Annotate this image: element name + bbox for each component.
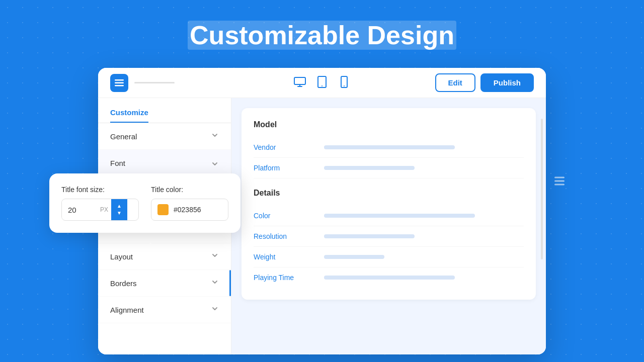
svg-rect-2 (115, 85, 124, 86)
field-row-weight: Weight (254, 247, 524, 267)
sidebar-general-label: General (110, 132, 137, 141)
handle-line (554, 184, 565, 186)
field-row-vendor: Vendor (254, 137, 524, 158)
field-label-vendor: Vendor (254, 143, 324, 151)
scroll-indicator (229, 270, 231, 296)
field-row-resolution: Resolution (254, 226, 524, 247)
field-bar-color (324, 214, 475, 218)
title-color-field: Title color: #023856 (151, 186, 228, 221)
svg-rect-3 (294, 77, 305, 84)
sidebar-borders-label: Borders (110, 279, 137, 288)
desktop-icon[interactable] (294, 76, 306, 90)
title-color-label: Title color: (151, 186, 228, 194)
page-title: Customizable Design (0, 0, 644, 65)
svg-point-5 (321, 85, 323, 86)
font-size-input-group: PX ▲ ▼ (61, 199, 139, 221)
sidebar-item-borders[interactable]: Borders (98, 270, 231, 297)
sidebar-item-font[interactable]: Font (98, 150, 231, 176)
toolbar-right: Edit Publish (392, 73, 534, 92)
svg-rect-0 (115, 79, 124, 81)
color-swatch[interactable] (157, 204, 169, 215)
sidebar-font-label: Font (110, 159, 125, 167)
field-row-color: Color (254, 206, 524, 226)
sidebar-layout-label: Layout (110, 252, 133, 261)
main-content: Model Vendor Platform Details Color (231, 98, 546, 354)
increment-button[interactable]: ▲ (117, 203, 122, 210)
chevron-down-icon (211, 278, 219, 288)
font-size-stepper[interactable]: ▲ ▼ (111, 199, 127, 220)
sidebar-alignment-label: Alignment (110, 306, 144, 314)
handle-line (554, 177, 565, 178)
field-label-weight: Weight (254, 253, 324, 261)
handle-line (554, 180, 565, 182)
sidebar-tab-label: Customize (110, 108, 148, 123)
font-popup: Title font size: PX ▲ ▼ Title color: #02… (49, 173, 240, 233)
field-row-platform: Platform (254, 158, 524, 178)
font-size-label: Title font size: (61, 186, 139, 194)
section-details-title: Details (254, 189, 524, 198)
field-bar-weight (324, 255, 384, 259)
mobile-icon[interactable] (338, 76, 350, 90)
sidebar-item-general[interactable]: General (98, 123, 231, 150)
field-label-playing-time: Playing Time (254, 274, 324, 282)
color-input-group[interactable]: #023856 (151, 199, 228, 221)
field-label-color: Color (254, 212, 324, 220)
chevron-up-icon (211, 158, 219, 168)
field-label-platform: Platform (254, 164, 324, 172)
popup-fields: Title font size: PX ▲ ▼ Title color: #02… (61, 186, 228, 221)
toolbar-center (252, 76, 393, 90)
font-size-input[interactable] (62, 201, 97, 219)
toolbar: Edit Publish (98, 68, 546, 98)
color-hex-value: #023856 (174, 206, 201, 214)
font-size-field: Title font size: PX ▲ ▼ (61, 186, 139, 221)
sidebar-tab-customize[interactable]: Customize (98, 98, 231, 123)
field-label-resolution: Resolution (254, 232, 324, 240)
menu-icon (115, 78, 124, 87)
chevron-down-icon (211, 251, 219, 261)
menu-icon-box[interactable] (110, 74, 128, 92)
tablet-icon[interactable] (316, 76, 328, 90)
publish-button[interactable]: Publish (480, 73, 534, 92)
field-bar-platform (324, 166, 415, 170)
svg-rect-1 (115, 82, 124, 83)
page-title-text: Customizable Design (188, 21, 456, 50)
decrement-button[interactable]: ▼ (117, 210, 122, 217)
content-scrollbar (541, 119, 543, 260)
chevron-down-icon (211, 305, 219, 315)
section-model-title: Model (254, 120, 524, 129)
field-row-playing-time: Playing Time (254, 267, 524, 288)
toolbar-left (110, 74, 252, 92)
sidebar-item-alignment[interactable]: Alignment (98, 297, 231, 323)
edit-button[interactable]: Edit (435, 73, 475, 92)
svg-point-7 (344, 85, 345, 86)
field-bar-resolution (324, 234, 415, 238)
chevron-down-icon (211, 131, 219, 141)
toolbar-line (134, 82, 175, 83)
field-bar-playing-time (324, 276, 455, 280)
field-bar-vendor (324, 145, 455, 149)
px-label: PX (97, 206, 111, 213)
right-handle-decoration (554, 177, 565, 186)
section-spacer (254, 178, 524, 189)
content-card: Model Vendor Platform Details Color (242, 108, 536, 300)
